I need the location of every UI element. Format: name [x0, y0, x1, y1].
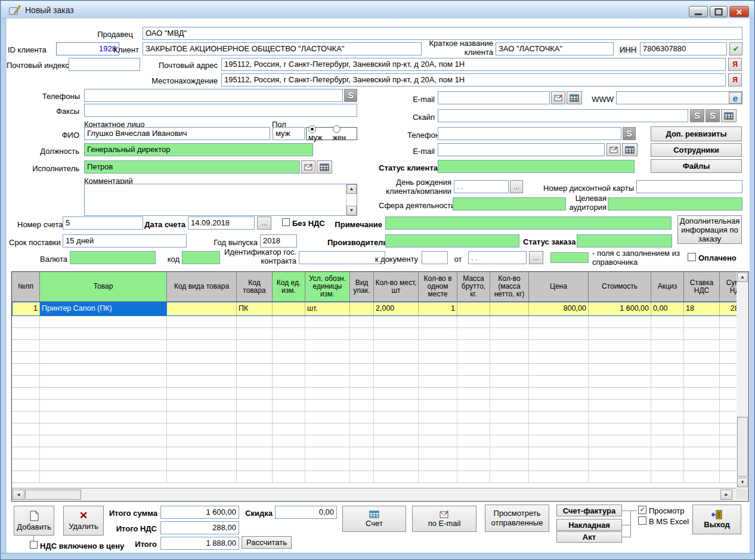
birthday-picker-button[interactable]: ...: [510, 180, 523, 193]
currency-code-field[interactable]: [182, 251, 220, 264]
manufacturer-field[interactable]: [385, 234, 519, 247]
birthday-field[interactable]: . .: [454, 180, 509, 193]
discount-field[interactable]: 0,00: [275, 506, 337, 519]
no-vat-checkbox[interactable]: [282, 218, 290, 226]
scroll-down-button[interactable]: ▼: [346, 206, 357, 215]
grid-cell[interactable]: [490, 302, 529, 316]
column-header[interactable]: Масса брутто, кг.: [457, 272, 490, 302]
postal-index-field[interactable]: [69, 58, 140, 71]
column-header[interactable]: Стоимость: [589, 272, 651, 302]
minimize-button[interactable]: [689, 6, 708, 17]
invoice-no-field[interactable]: 5: [63, 216, 143, 230]
skype-list-button[interactable]: [721, 109, 737, 122]
extra-order-info-button[interactable]: Дополнительная информация по заказу: [677, 215, 742, 244]
scroll-up-button[interactable]: ▲: [737, 273, 748, 282]
column-header[interactable]: Сумма НДС: [720, 272, 737, 302]
grid-cell[interactable]: [167, 302, 237, 316]
invoice-date-field[interactable]: 14.09.2018: [188, 216, 255, 230]
skype-call-button[interactable]: S: [623, 127, 636, 140]
column-header[interactable]: Кол-во мест, шт: [374, 272, 419, 302]
waybill-button[interactable]: Накладная: [556, 519, 622, 531]
preview-checkbox[interactable]: ✓: [638, 506, 646, 514]
audience-field[interactable]: [608, 197, 742, 211]
column-header[interactable]: Код ед. изм.: [273, 272, 305, 302]
grid-cell[interactable]: 288,00: [720, 302, 737, 316]
grid-cell[interactable]: [273, 302, 305, 316]
discount-card-field[interactable]: [636, 180, 742, 193]
empty-grid-row[interactable]: [12, 340, 737, 352]
exit-button[interactable]: Выход: [692, 505, 741, 534]
column-header[interactable]: Код вида товара: [167, 272, 237, 302]
fio-field[interactable]: Глушко Вячеслав Иванович: [84, 127, 270, 140]
executor-list-button[interactable]: [317, 160, 332, 174]
grid-cell[interactable]: 18: [684, 302, 720, 316]
invoice-facture-button[interactable]: Счет-фактура: [556, 505, 622, 516]
short-name-field[interactable]: ЗАО "ЛАСТОЧКА": [496, 42, 614, 55]
send-by-email-button[interactable]: по E-mail: [412, 506, 476, 532]
total-field[interactable]: 1 888,00: [160, 537, 239, 550]
column-header[interactable]: Товар: [40, 272, 167, 302]
grid-cell[interactable]: 2,000: [374, 302, 419, 316]
client-field[interactable]: ЗАКРЫТОЕ АКЦИОНЕРНОЕ ОБЩЕСТВО "ЛАСТОЧКА": [143, 42, 422, 55]
delete-row-button[interactable]: ✕ Удалить: [63, 506, 104, 536]
column-header[interactable]: Цена: [529, 272, 589, 302]
scroll-up-button[interactable]: ▲: [346, 184, 357, 194]
extra-details-button[interactable]: Доп. реквизиты: [651, 126, 742, 141]
empty-grid-row[interactable]: [12, 400, 737, 412]
activity-field[interactable]: [453, 197, 566, 211]
grid-row-1[interactable]: 1Принтер Canon (ПК)ПКшт.2,0001800,001 60…: [12, 302, 737, 316]
column-header[interactable]: Усл. обозн. единицы изм.: [305, 272, 350, 302]
year-field[interactable]: 2018: [260, 234, 297, 247]
column-header[interactable]: №пп: [12, 272, 40, 302]
from-date-picker-button[interactable]: ...: [529, 251, 543, 264]
email-field[interactable]: [438, 91, 550, 104]
employees-button[interactable]: Сотрудники: [651, 143, 742, 157]
seller-field[interactable]: ОАО "МВД": [143, 27, 742, 40]
column-header[interactable]: Вид упак.: [350, 272, 374, 302]
hscroll-thumb[interactable]: [25, 490, 81, 500]
grid-cell[interactable]: Принтер Canon (ПК): [40, 302, 167, 316]
empty-grid-row[interactable]: [12, 447, 737, 459]
note-field[interactable]: [385, 216, 672, 230]
check-inn-button[interactable]: ✔: [729, 42, 742, 55]
send-mail-button[interactable]: [301, 160, 315, 174]
close-button[interactable]: ✕: [729, 6, 749, 17]
empty-grid-row[interactable]: [12, 459, 737, 471]
column-header[interactable]: Ставка НДС: [684, 272, 720, 302]
column-header[interactable]: Акциз: [651, 272, 684, 302]
skype-call-button[interactable]: S: [690, 109, 704, 122]
client-status-field[interactable]: [438, 160, 635, 173]
view-sent-button[interactable]: Просмотреть отправленные: [485, 505, 549, 532]
www-field[interactable]: [616, 91, 742, 104]
executor-field[interactable]: Петров: [84, 160, 300, 174]
grid-cell[interactable]: 0,00: [651, 302, 684, 316]
vscroll-thumb[interactable]: [737, 417, 748, 477]
column-header[interactable]: Код товара: [237, 272, 273, 302]
comment-scrollbar[interactable]: ▲ ▼: [346, 184, 357, 215]
grid-hscrollbar[interactable]: ◄ ►: [12, 488, 737, 500]
delivery-field[interactable]: 15 дней: [63, 234, 187, 247]
empty-grid-row[interactable]: [12, 412, 737, 423]
to-doc-field[interactable]: [422, 251, 448, 264]
send-mail-button[interactable]: [607, 143, 621, 156]
open-browser-button[interactable]: e: [729, 92, 742, 104]
scroll-left-button[interactable]: ◄: [13, 490, 24, 500]
total-sum-field[interactable]: 1 600,00: [160, 506, 239, 519]
inn-field[interactable]: 7806307880: [640, 42, 727, 55]
grid-cell[interactable]: [350, 302, 374, 316]
calculate-button[interactable]: Рассчитать: [242, 536, 292, 549]
excel-checkbox[interactable]: [638, 516, 646, 525]
phone-field[interactable]: [438, 127, 621, 140]
yandex-location-button[interactable]: Я: [728, 73, 742, 86]
skype-chat-button[interactable]: S: [706, 109, 720, 122]
empty-grid-row[interactable]: [12, 435, 737, 447]
empty-grid-row[interactable]: [12, 316, 737, 328]
send-mail-button[interactable]: [551, 91, 565, 104]
skype-call-button[interactable]: S: [344, 89, 357, 102]
from-date-field[interactable]: . .: [468, 251, 527, 264]
gender-male-radio[interactable]: муж: [308, 125, 332, 142]
yandex-address-button[interactable]: Я: [728, 58, 742, 71]
column-header[interactable]: Кол-во (масса нетто, кг): [490, 272, 529, 302]
paid-checkbox[interactable]: [688, 253, 696, 261]
skype-field[interactable]: [438, 109, 688, 122]
